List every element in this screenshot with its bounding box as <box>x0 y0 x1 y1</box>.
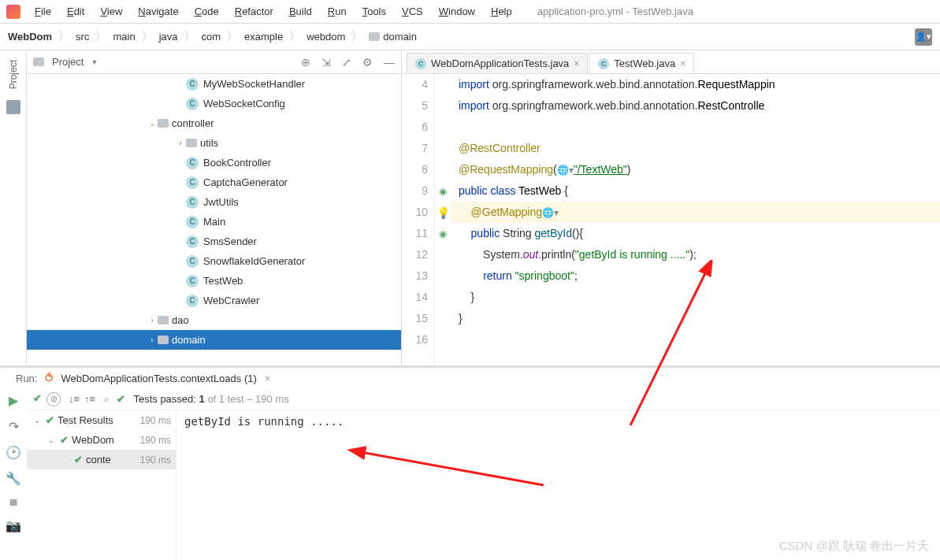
gear-icon[interactable]: ⚙ <box>362 56 373 69</box>
crumb-webdom[interactable]: WebDom <box>8 31 52 43</box>
tree-label: CaptchaGenerator <box>203 176 288 188</box>
crumb-java[interactable]: java <box>159 31 178 43</box>
close-icon[interactable]: × <box>680 58 685 69</box>
tree-item-testweb[interactable]: CTestWeb <box>27 271 401 291</box>
menu-file[interactable]: File <box>27 4 59 19</box>
code-line-15[interactable]: } <box>451 308 940 329</box>
breadcrumb[interactable]: WebDom〉src〉main〉java〉com〉example〉webdom〉… <box>8 28 417 45</box>
crumb-domain[interactable]: domain <box>369 31 417 43</box>
tab-label: WebDomApplicationTests.java <box>431 57 569 69</box>
structure-icon[interactable] <box>6 100 20 114</box>
tree-item-websocketconfig[interactable]: CWebSocketConfig <box>27 94 401 113</box>
code-editor[interactable]: 45678910111213141516 ◉💡◉ import org.spri… <box>402 74 940 365</box>
menu-edit[interactable]: Edit <box>59 4 92 19</box>
hide-icon[interactable]: — <box>384 56 395 69</box>
history-icon[interactable]: 🕑 <box>6 445 21 460</box>
tree-label: SmsSender <box>203 235 257 247</box>
test-tree[interactable]: ⌄✔ Test Results190 ms⌄✔ WebDom190 ms✔ co… <box>27 410 176 560</box>
tree-item-smssender[interactable]: CSmsSender <box>27 232 401 251</box>
code-line-9[interactable]: public class TestWeb { <box>451 180 940 202</box>
menu-navigate[interactable]: Navigate <box>130 4 186 19</box>
code-line-7[interactable]: @RestController <box>451 138 940 159</box>
user-icon[interactable]: 👤▾ <box>915 28 932 46</box>
menubar: FileEditViewNavigateCodeRefactorBuildRun… <box>0 0 940 24</box>
crumb-example[interactable]: example <box>244 31 283 43</box>
filter-icon[interactable]: ⊘ <box>46 392 61 406</box>
code-line-11[interactable]: public String getById(){ <box>451 223 940 244</box>
project-tree[interactable]: CMyWebSocketHandlerCWebSocketConfig⌄cont… <box>27 74 401 365</box>
tree-item-bookcontroller[interactable]: CBookController <box>27 153 401 172</box>
tree-item-jwtutils[interactable]: CJwtUtils <box>27 192 401 212</box>
tree-label: Main <box>203 216 225 228</box>
code-line-13[interactable]: return "springboot"; <box>451 265 940 287</box>
menu-refactor[interactable]: Refactor <box>227 4 281 19</box>
crumb-webdom[interactable]: webdom <box>307 31 345 43</box>
editor-area: CWebDomApplicationTests.java×CTestWeb.ja… <box>402 50 940 365</box>
chevron-down-icon[interactable]: ▼ <box>91 58 98 66</box>
test-row[interactable]: ⌄✔ WebDom190 ms <box>27 430 176 450</box>
expand-icon[interactable]: ⇲ <box>321 56 331 69</box>
close-icon[interactable]: × <box>574 58 579 69</box>
check-icon[interactable]: ✔ <box>33 392 42 406</box>
menu-tools[interactable]: Tools <box>355 4 394 19</box>
camera-icon[interactable]: 📷 <box>6 518 21 533</box>
sort-up-icon[interactable]: ↑≡ <box>84 393 95 405</box>
crumb-src[interactable]: src <box>76 31 89 43</box>
tab-label: TestWeb.java <box>614 57 675 69</box>
close-icon[interactable]: × <box>265 373 271 384</box>
menu-window[interactable]: Window <box>431 4 483 19</box>
menu-help[interactable]: Help <box>483 4 520 19</box>
debug-step-icon[interactable]: ↷ <box>9 419 19 434</box>
code-line-16[interactable] <box>451 329 940 350</box>
crumb-main[interactable]: main <box>113 31 135 43</box>
tree-label: WebSocketConfig <box>203 98 285 109</box>
code-line-4[interactable]: import org.springframework.web.bind.anno… <box>451 74 940 95</box>
menu-view[interactable]: View <box>92 4 130 19</box>
run-label: Run: <box>16 373 37 384</box>
tree-item-controller[interactable]: ⌄controller <box>27 113 401 133</box>
tree-item-webcrawler[interactable]: CWebCrawler <box>27 291 401 310</box>
tree-item-utils[interactable]: ›utils <box>27 133 401 153</box>
test-row[interactable]: ⌄✔ Test Results190 ms <box>27 410 176 430</box>
tree-item-domain[interactable]: ›domain <box>27 330 401 350</box>
run-icon[interactable]: ▶ <box>9 393 18 408</box>
tree-item-mywebsockethandler[interactable]: CMyWebSocketHandler <box>27 74 401 94</box>
run-config-name[interactable]: WebDomApplicationTests.contextLoads (1) <box>61 373 256 384</box>
tree-label: domain <box>172 334 206 346</box>
code-line-5[interactable]: import org.springframework.web.bind.anno… <box>451 95 940 117</box>
code-line-12[interactable]: System.out.println("getById is running .… <box>451 244 940 265</box>
locate-icon[interactable]: ⊕ <box>301 56 310 69</box>
menu-run[interactable]: Run <box>320 4 355 19</box>
tree-item-captchagenerator[interactable]: CCaptchaGenerator <box>27 172 401 192</box>
tab-testweb.java[interactable]: CTestWeb.java× <box>589 53 694 73</box>
console-output[interactable]: getById is running ..... <box>176 410 940 560</box>
menu-build[interactable]: Build <box>281 4 320 19</box>
test-row[interactable]: ✔ conte190 ms <box>27 450 176 469</box>
tree-item-snowflakeidgenerator[interactable]: CSnowflakeIdGenerator <box>27 251 401 271</box>
project-tool-tab[interactable]: Project <box>6 55 20 94</box>
editor-tabs: CWebDomApplicationTests.java×CTestWeb.ja… <box>402 50 940 74</box>
code-line-8[interactable]: @RequestMapping(🌐▾"/TextWeb") <box>451 159 940 180</box>
tree-label: controller <box>172 117 214 129</box>
class-icon: C <box>186 235 199 248</box>
run-panel: Run: ⥀ WebDomApplicationTests.contextLoa… <box>0 365 940 560</box>
class-icon: C <box>186 176 199 189</box>
code-line-14[interactable]: } <box>451 287 940 308</box>
menu-vcs[interactable]: VCS <box>394 4 431 19</box>
settings-icon[interactable]: 🔧 <box>6 471 21 486</box>
code-line-10[interactable]: @GetMapping🌐▾ <box>451 202 940 223</box>
project-panel: Project ▼ ⊕ ⇲ ⤢ ⚙ — CMyWebSocketHandlerC… <box>27 50 402 365</box>
sort-down-icon[interactable]: ↓≡ <box>69 393 80 405</box>
tree-item-dao[interactable]: ›dao <box>27 310 401 330</box>
crumb-com[interactable]: com <box>202 31 221 43</box>
menu-code[interactable]: Code <box>187 4 227 19</box>
folder-icon <box>158 316 169 325</box>
tab-webdomapplicationtests.java[interactable]: CWebDomApplicationTests.java× <box>407 53 588 73</box>
code-line-6[interactable] <box>451 117 940 138</box>
app-icon <box>6 5 20 19</box>
collapse-icon[interactable]: ⤢ <box>342 56 351 69</box>
pin-icon[interactable]: ▦ <box>9 497 17 507</box>
tree-item-main[interactable]: CMain <box>27 212 401 232</box>
window-title: application-pro.yml - TestWeb.java <box>537 6 693 17</box>
tree-label: WebCrawler <box>203 295 259 306</box>
